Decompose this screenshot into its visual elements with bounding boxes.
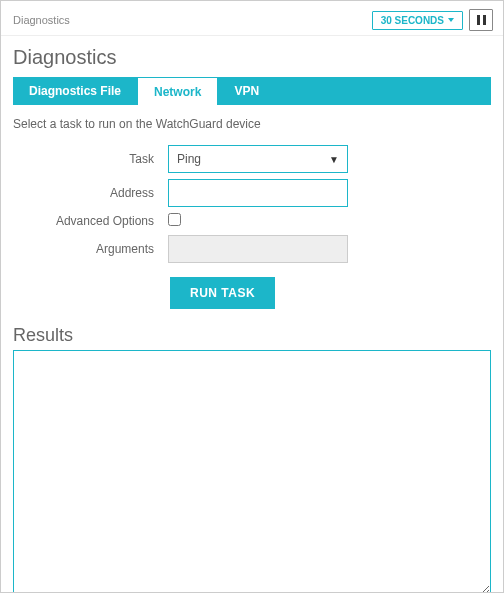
- chevron-down-icon: ▼: [329, 154, 339, 165]
- pause-icon: [477, 15, 480, 25]
- results-textarea[interactable]: [13, 350, 491, 593]
- tab-vpn[interactable]: VPN: [218, 77, 275, 105]
- arguments-row: Arguments: [13, 235, 491, 263]
- task-row: Task Ping ▼: [13, 145, 491, 173]
- task-label: Task: [13, 152, 168, 166]
- address-input[interactable]: [168, 179, 348, 207]
- breadcrumb: Diagnostics: [13, 14, 70, 26]
- advanced-checkbox[interactable]: [168, 213, 181, 226]
- interval-label: 30 SECONDS: [381, 15, 444, 26]
- page-title: Diagnostics: [1, 36, 503, 77]
- arguments-label: Arguments: [13, 242, 168, 256]
- task-select-value: Ping: [177, 152, 201, 166]
- refresh-interval-dropdown[interactable]: 30 SECONDS: [372, 11, 463, 30]
- address-label: Address: [13, 186, 168, 200]
- run-task-button[interactable]: RUN TASK: [170, 277, 275, 309]
- caret-down-icon: [448, 18, 454, 22]
- tab-bar: Diagnostics File Network VPN: [13, 77, 491, 105]
- task-select[interactable]: Ping ▼: [168, 145, 348, 173]
- pause-icon: [483, 15, 486, 25]
- address-row: Address: [13, 179, 491, 207]
- header-controls: 30 SECONDS: [372, 9, 493, 31]
- tab-diagnostics-file[interactable]: Diagnostics File: [13, 77, 137, 105]
- tab-network[interactable]: Network: [137, 77, 218, 105]
- instructions-text: Select a task to run on the WatchGuard d…: [1, 105, 503, 139]
- advanced-label: Advanced Options: [13, 214, 168, 228]
- advanced-row: Advanced Options: [13, 213, 491, 229]
- pause-button[interactable]: [469, 9, 493, 31]
- arguments-input: [168, 235, 348, 263]
- results-title: Results: [1, 321, 503, 350]
- header-bar: Diagnostics 30 SECONDS: [1, 1, 503, 36]
